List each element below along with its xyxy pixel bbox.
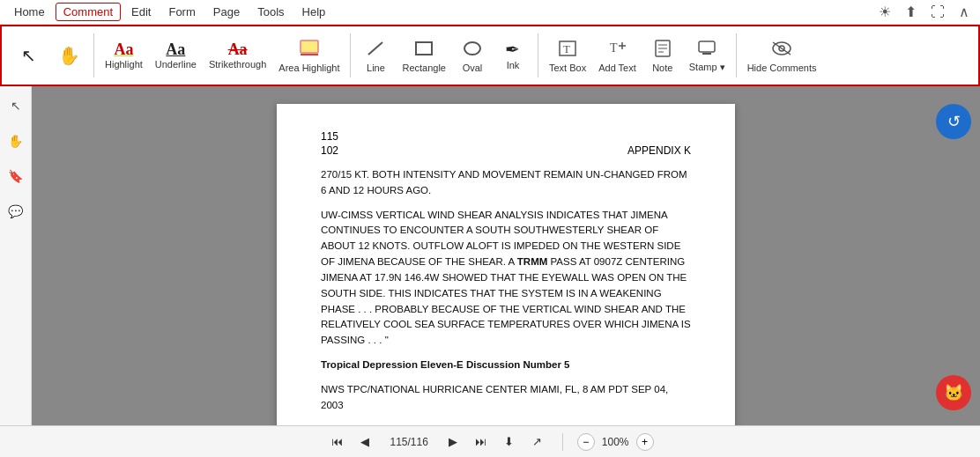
upload-icon[interactable]: ⬆ xyxy=(902,2,920,22)
strikethrough-icon: Aa xyxy=(228,41,248,57)
cursor-tool[interactable]: ↖ xyxy=(9,43,48,68)
hide-comments-icon xyxy=(769,39,794,61)
minimize-icon[interactable]: ∧ xyxy=(955,2,973,22)
add-text-label: Add Text xyxy=(598,63,636,73)
left-sidebar: ↖ ✋ 🔖 💬 xyxy=(0,86,32,425)
rectangle-tool[interactable]: Rectangle xyxy=(397,35,451,77)
paragraph-1: 270/15 KT. BOTH INTENSITY AND MOVEMENT R… xyxy=(321,167,691,199)
hand-tool[interactable]: ✋ xyxy=(49,43,88,68)
line-tool[interactable]: Line xyxy=(356,35,395,77)
cursor-icon: ↖ xyxy=(21,47,36,64)
note-tool[interactable]: Note xyxy=(643,35,682,77)
bottom-bar: ⏮ ◀ 115/116 ▶ ⏭ ⬇ ↗ − 100% + xyxy=(0,425,980,457)
svg-text:T: T xyxy=(610,41,618,55)
paragraph-4: NWS TPC/NATIONAL HURRICANE CENTER MIAMI,… xyxy=(321,382,691,414)
underline-icon: Aa xyxy=(166,41,185,57)
text-box-label: Text Box xyxy=(549,63,586,73)
toolbar: ↖ ✋ Aa Highlight Aa Underline Aa Striket… xyxy=(0,25,980,86)
select-tools: ↖ ✋ xyxy=(9,43,88,68)
svg-text:T: T xyxy=(563,42,570,55)
toolbar-separator-1 xyxy=(93,33,94,77)
oval-label: Oval xyxy=(463,63,483,73)
menu-item-page[interactable]: Page xyxy=(206,4,247,20)
ink-tool[interactable]: ✒ Ink xyxy=(494,37,532,74)
highlight-icon: Aa xyxy=(114,41,133,57)
header-right: APPENDIX K xyxy=(627,144,691,157)
nav-prev-button[interactable]: ◀ xyxy=(354,431,375,453)
nav-next-button[interactable]: ▶ xyxy=(442,431,464,453)
text-box-tool[interactable]: T Text Box xyxy=(544,35,591,77)
fullscreen-icon[interactable]: ⛶ xyxy=(927,3,948,22)
stamp-tool[interactable]: Stamp ▾ xyxy=(684,34,731,77)
zoom-in-button[interactable]: + xyxy=(636,433,654,451)
float-button-top[interactable]: ↺ xyxy=(936,104,971,139)
hide-comments-tool[interactable]: Hide Comments xyxy=(742,35,822,77)
underline-label: Underline xyxy=(155,59,197,70)
sidebar-comment-icon[interactable]: 💬 xyxy=(4,199,28,224)
svg-line-2 xyxy=(368,42,382,55)
nav-last-button[interactable]: ⏭ xyxy=(471,431,492,453)
download-button[interactable]: ⬇ xyxy=(499,431,520,453)
rectangle-label: Rectangle xyxy=(402,63,446,73)
add-text-tool[interactable]: T Add Text xyxy=(593,35,642,77)
sidebar-bookmark-icon[interactable]: 🔖 xyxy=(4,164,28,188)
header-left: 102 xyxy=(321,144,338,157)
area-highlight-tool[interactable]: Area Highlight xyxy=(273,35,345,77)
ink-icon: ✒ xyxy=(505,41,520,58)
svg-point-4 xyxy=(464,42,480,55)
zoom-out-button[interactable]: − xyxy=(577,433,595,451)
sun-icon[interactable]: ☀ xyxy=(875,2,895,22)
stamp-label: Stamp ▾ xyxy=(689,62,725,73)
right-float-buttons: ↺ 🐱 xyxy=(936,104,971,410)
note-label: Note xyxy=(652,63,672,73)
stamp-icon xyxy=(696,38,717,60)
text-box-icon: T xyxy=(557,39,578,61)
paragraph-3: Tropical Depression Eleven-E Discussion … xyxy=(321,357,691,373)
menu-right-icons: ☀ ⬆ ⛶ ∧ xyxy=(875,2,973,22)
menu-item-home[interactable]: Home xyxy=(7,4,52,20)
sidebar-hand-icon[interactable]: ✋ xyxy=(4,129,28,153)
line-icon xyxy=(365,39,386,61)
zoom-level: 100% xyxy=(602,436,629,448)
toolbar-separator-3 xyxy=(538,33,538,77)
trmm-bold: TRMM xyxy=(517,256,548,267)
menu-item-edit[interactable]: Edit xyxy=(124,4,158,20)
menu-item-comment[interactable]: Comment xyxy=(56,3,121,21)
page-content: 270/15 KT. BOTH INTENSITY AND MOVEMENT R… xyxy=(321,167,691,413)
highlight-label: Highlight xyxy=(105,59,143,70)
strikethrough-label: Strikethrough xyxy=(209,59,266,70)
underline-tool[interactable]: Aa Underline xyxy=(150,38,202,73)
area-highlight-icon xyxy=(299,39,320,61)
note-icon xyxy=(652,39,673,61)
line-label: Line xyxy=(367,63,385,73)
menu-bar: Home Comment Edit Form Page Tools Help ☀… xyxy=(0,0,980,25)
page-number-top: 115 xyxy=(321,130,691,143)
float-button-bottom[interactable]: 🐱 xyxy=(936,375,971,410)
share-button[interactable]: ↗ xyxy=(527,431,548,453)
menu-item-help[interactable]: Help xyxy=(295,4,333,20)
highlight-tool[interactable]: Aa Highlight xyxy=(100,38,148,73)
strikethrough-tool[interactable]: Aa Strikethrough xyxy=(204,38,271,73)
toolbar-separator-4 xyxy=(736,33,737,77)
svg-rect-14 xyxy=(699,41,715,52)
add-text-icon: T xyxy=(606,39,627,61)
sidebar-cursor-icon[interactable]: ↖ xyxy=(4,93,28,118)
paragraph-2: UW-CIMSS VERTICAL WIND SHEAR ANALYSIS IN… xyxy=(321,208,691,349)
document-area: 115 102 APPENDIX K 270/15 KT. BOTH INTEN… xyxy=(32,86,980,425)
svg-rect-0 xyxy=(301,41,318,53)
hide-comments-label: Hide Comments xyxy=(747,63,817,73)
hand-icon: ✋ xyxy=(58,47,80,64)
menu-item-tools[interactable]: Tools xyxy=(250,4,291,20)
toolbar-separator-2 xyxy=(350,33,351,77)
rectangle-icon xyxy=(413,39,434,61)
menu-item-form[interactable]: Form xyxy=(161,4,202,20)
nav-first-button[interactable]: ⏮ xyxy=(326,431,347,453)
area-highlight-label: Area Highlight xyxy=(278,63,339,73)
page-info: 115/116 xyxy=(382,436,434,448)
oval-icon xyxy=(462,39,483,61)
depression-title: Tropical Depression Eleven-E Discussion … xyxy=(321,359,569,370)
svg-rect-3 xyxy=(416,42,432,55)
page-header: 102 APPENDIX K xyxy=(321,144,691,157)
bottom-separator xyxy=(562,433,563,451)
oval-tool[interactable]: Oval xyxy=(453,35,492,77)
